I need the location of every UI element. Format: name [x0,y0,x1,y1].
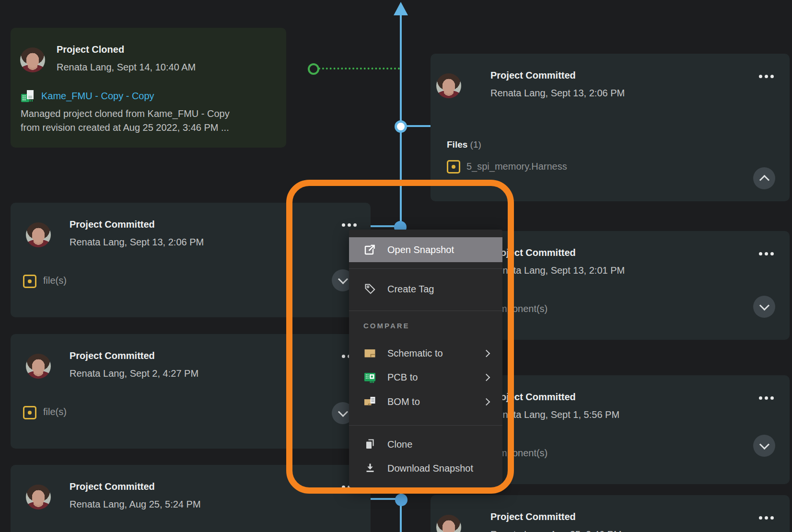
clone-description-line1: Managed project cloned from Kame_FMU - C… [21,107,230,121]
collapse-card-button[interactable] [753,167,775,189]
submenu-chevron-icon [483,349,490,357]
menu-item-bom-to[interactable]: BOM to [349,389,502,414]
file-summary: file(s) [43,275,67,286]
menu-item-create-tag[interactable]: Create Tag [349,277,502,301]
tag-icon [363,283,377,295]
card-meta: Renata Lang, Sept 2, 4:27 PM [70,368,198,379]
menu-label: PCB to [387,372,418,383]
card-commit-aug25-346[interactable]: Project Committed Renata Lang, Aug 25, 3… [431,495,790,532]
more-options-button[interactable] [342,223,357,227]
card-title: Project Committed [70,219,155,230]
menu-divider [349,425,502,426]
avatar [26,485,51,509]
card-title: Project Committed [490,511,576,522]
menu-item-open-snapshot[interactable]: Open Snapshot [349,237,502,262]
submenu-chevron-icon [483,373,490,381]
card-title: Project Committed [490,70,576,81]
menu-item-download-snapshot[interactable]: Download Snapshot [349,456,502,481]
card-meta: Renata Lang, Sept 14, 10:40 AM [57,62,196,73]
timeline-green-dotted-connector [318,68,400,69]
snapshot-context-menu: Open Snapshot Create Tag COMPARE Schemat… [349,230,502,487]
avatar [436,515,461,532]
menu-divider [349,311,502,311]
expand-card-button[interactable] [753,296,775,318]
card-commit-aug25-524[interactable]: Project Committed Renata Lang, Aug 25, 5… [11,465,371,532]
more-options-button[interactable] [759,396,774,400]
pcb-icon [363,371,377,383]
menu-divider [349,268,502,269]
schematic-icon [363,347,377,359]
harness-file-icon [447,160,460,173]
menu-section-header: COMPARE [363,322,410,330]
card-meta: Renata Lang, Sept 13, 2:06 PM [490,88,625,99]
project-pcb-file-icon [21,89,35,105]
expand-card-button[interactable] [753,435,775,457]
menu-label: Download Snapshot [387,463,473,474]
chevron-down-icon [338,274,348,284]
more-options-button[interactable] [759,516,774,520]
clone-description: Managed project cloned from Kame_FMU - C… [21,107,230,135]
menu-item-clone[interactable]: Clone [349,432,502,457]
card-meta: Renata Lang, Aug 25, 3:46 PM [490,529,622,532]
menu-label: Open Snapshot [387,244,454,255]
submenu-chevron-icon [483,398,490,405]
card-meta: Renata Lang, Sept 13, 2:01 PM [490,265,625,276]
card-title: Project Committed [490,247,576,258]
bom-icon [363,395,377,408]
card-meta: Renata Lang, Sept 1, 5:56 PM [490,409,619,420]
menu-label: Create Tag [387,284,434,295]
avatar [20,47,45,72]
more-options-button[interactable] [759,74,774,78]
files-count: (1) [470,139,481,150]
card-title: Project Committed [490,392,576,403]
files-header: Files (1) [447,139,481,150]
project-history-page: Project Cloned Renata Lang, Sept 14, 10:… [0,0,792,532]
file-name[interactable]: 5_spi_memory.Harness [466,161,567,172]
chevron-down-icon [338,407,348,417]
menu-item-schematic-to[interactable]: Schematic to [349,341,502,366]
card-project-cloned[interactable]: Project Cloned Renata Lang, Sept 14, 10:… [11,28,286,148]
project-link[interactable]: Kame_FMU - Copy - Copy [41,91,154,102]
menu-label: Clone [387,439,412,450]
more-options-button[interactable] [759,252,774,255]
clone-description-line2: from revision created at Aug 25 2022, 3:… [21,121,230,135]
card-commit-sept2-427[interactable]: Project Committed Renata Lang, Sept 2, 4… [11,334,371,449]
open-in-new-icon [363,243,377,256]
avatar [26,222,51,247]
chevron-down-icon [759,439,769,450]
timeline-node-1 [395,120,407,133]
timeline-node-3 [395,494,408,506]
file-summary-icon [23,406,36,419]
clone-icon [363,438,377,451]
download-icon [363,462,377,474]
chevron-down-icon [759,301,769,311]
card-title: Project Committed [70,481,155,492]
card-title: Project Cloned [57,44,124,55]
avatar [26,354,51,379]
menu-label: Schematic to [387,348,443,359]
card-commit-sept13-206-right[interactable]: Project Committed Renata Lang, Sept 13, … [431,54,790,201]
card-meta: Renata Lang, Sept 13, 2:06 PM [70,237,204,248]
file-summary-icon [23,275,36,288]
card-commit-sept13-206-left[interactable]: Project Committed Renata Lang, Sept 13, … [11,203,371,317]
menu-label: BOM to [387,396,420,407]
card-meta: Renata Lang, Aug 25, 5:24 PM [70,499,201,510]
menu-item-pcb-to[interactable]: PCB to [349,365,502,390]
file-summary: file(s) [43,406,67,417]
chevron-up-icon [759,175,769,185]
timeline-clone-node [308,63,319,75]
card-title: Project Committed [70,350,155,361]
files-label: Files [447,139,467,150]
avatar [436,73,461,98]
